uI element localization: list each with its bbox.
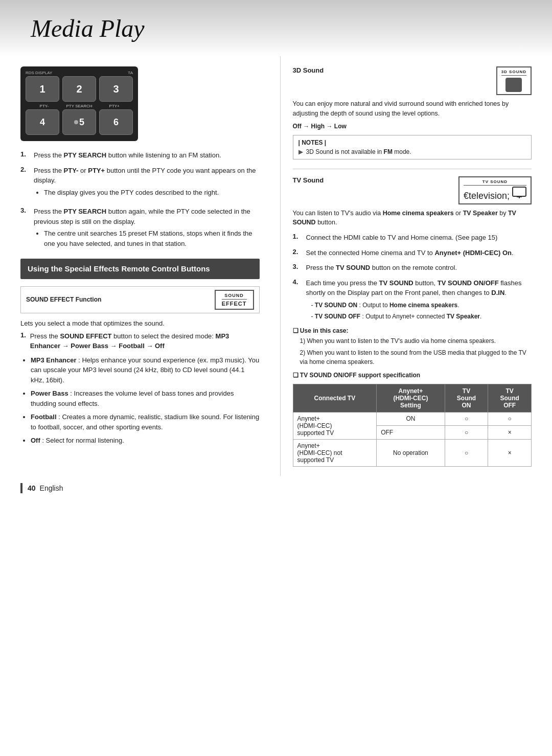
step-3-text: Press the PTY SEARCH button again, while… — [34, 207, 260, 253]
tv-step-4-num: 4. — [293, 278, 302, 287]
dot-icon — [74, 120, 78, 124]
bullet-off: Off : Select for normal listening. — [31, 436, 260, 446]
sound-step-1-text: Press the SOUND EFFECT button to select … — [30, 331, 260, 351]
sound-step-1: 1. Press the SOUND EFFECT button to sele… — [20, 331, 260, 351]
table-cell-off-1: ○ — [488, 412, 532, 426]
col-tv-sound-on: TVSoundON — [445, 384, 488, 412]
divider-1 — [293, 169, 532, 169]
special-effects-heading-text: Using the Special Effects Remote Control… — [28, 264, 210, 273]
tv-step-3-text: Press the TV SOUND button on the remote … — [306, 263, 532, 273]
3d-sound-row: 3D Sound 3D SOUND — [293, 66, 532, 95]
page-title: Media Play — [31, 14, 145, 42]
remote-top-labels: RDS DISPLAY TA — [26, 71, 133, 75]
pty-search-label: PTY SEARCH — [62, 104, 97, 108]
tv-icon: €television; — [464, 187, 526, 201]
table-cell-on-2: ○ — [445, 426, 488, 440]
tv-step-4-sub-2: - TV SOUND OFF : Output to Anynet+ conne… — [311, 312, 532, 321]
table-cell-setting-noop: No operation — [377, 439, 445, 466]
table-row: Anynet+(HDMI-CEC) notsupported TV No ope… — [293, 439, 532, 466]
footer: 40 English — [0, 476, 552, 498]
tv-step-1: 1. Connect the HDMI cable to TV and Home… — [293, 233, 532, 243]
3d-sound-section: 3D Sound 3D SOUND You can enjoy more nat… — [293, 66, 532, 159]
3d-sound-direction: Off → High → Low — [293, 123, 532, 130]
sound-btn-bottom-text: EFFECT — [222, 301, 247, 307]
left-column: RDS DISPLAY TA 1 2 3 PTY- PTY SEARCH PTY… — [20, 56, 265, 476]
bullet-power-bass: Power Bass : Increases the volume level … — [31, 388, 260, 408]
tv-step-1-num: 1. — [293, 233, 302, 242]
table-cell-on-3: ○ — [445, 439, 488, 466]
tv-sound-row: TV Sound TV SOUND €television; — [293, 176, 532, 204]
page-number: 40 — [28, 484, 36, 492]
3d-sound-button[interactable]: 3D SOUND — [496, 66, 532, 95]
table-cell-setting-on: ON — [377, 412, 445, 426]
pty-minus-label: PTY- — [27, 104, 62, 108]
3d-sound-btn-label: 3D SOUND — [501, 70, 526, 76]
use-item-1: 1) When you want to listen to the TV's a… — [300, 336, 532, 346]
remote-pty-labels: PTY- PTY SEARCH PTY+ — [26, 104, 133, 108]
step-number-2: 2. — [20, 166, 30, 175]
tv-step-4-subs: - TV SOUND ON : Output to Home cinema sp… — [306, 301, 532, 321]
page: Media Play RDS DISPLAY TA 1 2 3 — [0, 0, 552, 756]
step-number-3: 3. — [20, 207, 30, 216]
sound-bullets: MP3 Enhancer : Helps enhance your sound … — [20, 355, 260, 446]
step-3-sub: The centre unit searches 15 preset FM st… — [34, 228, 260, 248]
step-2-text: Press the PTY- or PTY+ button until the … — [34, 166, 260, 202]
tv-step-1-text: Connect the HDMI cable to TV and Home ci… — [306, 233, 532, 243]
table-cell-on-1: ○ — [445, 412, 488, 426]
step-1-text: Press the PTY SEARCH button while listen… — [34, 150, 260, 161]
sound-intro-text: Lets you select a mode that optimizes th… — [20, 319, 260, 327]
header-band: Media Play — [0, 0, 552, 56]
remote-btn-1: 1 — [26, 76, 59, 102]
remote-row-2: 4 5 6 — [26, 109, 133, 135]
svg-rect-0 — [513, 187, 526, 196]
tv-step-3-num: 3. — [293, 263, 302, 272]
spec-label-text: ❑ TV SOUND ON/OFF support specification — [293, 372, 421, 379]
bullet-football: Football : Creates a more dynamic, reali… — [31, 412, 260, 432]
notes-item-text: 3D Sound is not available in FM mode. — [306, 148, 411, 155]
special-effects-heading: Using the Special Effects Remote Control… — [20, 259, 260, 279]
use-label-text: ❑ Use in this case: — [293, 327, 349, 334]
tv-sound-spec-label: ❑ TV SOUND ON/OFF support specification — [293, 372, 532, 379]
table-cell-off-3: × — [488, 439, 532, 466]
right-column: 3D Sound 3D SOUND You can enjoy more nat… — [280, 56, 532, 476]
remote-btn-6: 6 — [99, 109, 133, 135]
step-2-sub: The display gives you the PTY codes desc… — [34, 188, 260, 198]
footer-language: English — [40, 484, 63, 492]
table-cell-off-2: × — [488, 426, 532, 440]
pty-step-2: 2. Press the PTY- or PTY+ button until t… — [20, 166, 260, 202]
step-number-1: 1. — [20, 150, 30, 159]
col-anynet: Anynet+(HDMI-CEC)Setting — [377, 384, 445, 412]
tv-sound-button[interactable]: TV SOUND €television; — [458, 176, 532, 204]
notes-arrow-icon: ▶ — [298, 148, 303, 155]
footer-bar — [20, 483, 22, 493]
col-connected-tv: Connected TV — [293, 384, 377, 412]
sound-effect-button[interactable]: SOUND EFFECT — [215, 290, 254, 310]
tv-step-2-text: Set the connected Home cinema and TV to … — [306, 248, 532, 258]
table-header-row: Connected TV Anynet+(HDMI-CEC)Setting TV… — [293, 384, 532, 412]
rds-display-label: RDS DISPLAY — [26, 71, 52, 75]
use-in-this-case-label: ❑ Use in this case: — [293, 327, 532, 334]
remote-btn-5: 5 — [62, 109, 96, 135]
notes-box: | NOTES | ▶ 3D Sound is not available in… — [293, 135, 532, 159]
content-area: RDS DISPLAY TA 1 2 3 PTY- PTY SEARCH PTY… — [0, 56, 552, 476]
sound-effect-row: SOUND EFFECT Function SOUND EFFECT — [20, 286, 260, 313]
tv-sound-label: TV Sound — [293, 176, 451, 184]
tv-step-2-num: 2. — [293, 248, 302, 257]
tv-svg-icon — [512, 187, 526, 199]
3d-sound-btn-graphic — [505, 78, 522, 92]
tv-sound-btn-label: TV SOUND — [464, 179, 526, 186]
remote-image: RDS DISPLAY TA 1 2 3 PTY- PTY SEARCH PTY… — [20, 66, 138, 141]
remote-image-wrap: RDS DISPLAY TA 1 2 3 PTY- PTY SEARCH PTY… — [20, 66, 260, 141]
pty-plus-label: PTY+ — [97, 104, 132, 108]
step-2-sub-1: The display gives you the PTY codes desc… — [44, 188, 260, 198]
notes-item-1: ▶ 3D Sound is not available in FM mode. — [298, 148, 526, 155]
bullet-mp3: MP3 Enhancer : Helps enhance your sound … — [31, 355, 260, 385]
col-tv-sound-off: TVSoundOFF — [488, 384, 532, 412]
pty-steps-list: 1. Press the PTY SEARCH button while lis… — [20, 150, 260, 253]
remote-row-1: 1 2 3 — [26, 76, 133, 102]
tv-sound-section: TV Sound TV SOUND €television; — [293, 176, 532, 467]
tv-step-4-text: Each time you press the TV SOUND button,… — [306, 278, 532, 321]
remote-btn-2: 2 — [62, 76, 96, 102]
table-row: Anynet+(HDMI-CEC)supported TV ON ○ ○ — [293, 412, 532, 426]
notes-title: | NOTES | — [298, 139, 526, 146]
